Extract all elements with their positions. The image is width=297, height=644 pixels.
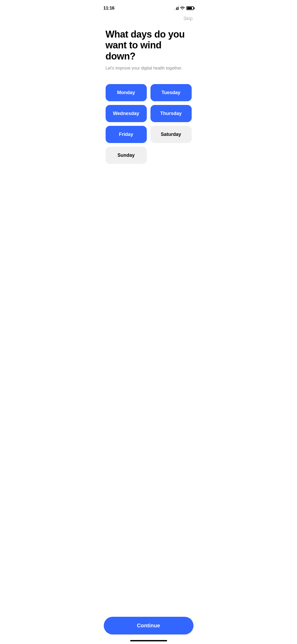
- sunday-row: Sunday: [106, 147, 192, 164]
- skip-row: Skip: [97, 13, 200, 22]
- page-subtitle: Let's improve your digital health togeth…: [106, 65, 192, 71]
- day-button-thursday[interactable]: Thursday: [150, 105, 192, 122]
- day-button-sunday[interactable]: Sunday: [106, 147, 147, 164]
- status-icons: [174, 6, 194, 11]
- day-button-monday[interactable]: Monday: [106, 84, 147, 101]
- wifi-icon: [180, 6, 185, 11]
- main-content: What days do you want to wind down? Let'…: [97, 22, 200, 164]
- day-button-friday[interactable]: Friday: [106, 126, 147, 143]
- day-button-wednesday[interactable]: Wednesday: [106, 105, 147, 122]
- days-grid: Monday Tuesday Wednesday Thursday Friday…: [106, 84, 192, 143]
- skip-button[interactable]: Skip: [183, 15, 192, 22]
- day-button-saturday[interactable]: Saturday: [150, 126, 192, 143]
- page-title: What days do you want to wind down?: [106, 29, 192, 62]
- day-button-tuesday[interactable]: Tuesday: [150, 84, 192, 101]
- signal-icon: [174, 6, 178, 10]
- status-time: 11:16: [103, 6, 115, 11]
- status-bar: 11:16: [97, 0, 200, 13]
- battery-icon: [186, 6, 194, 10]
